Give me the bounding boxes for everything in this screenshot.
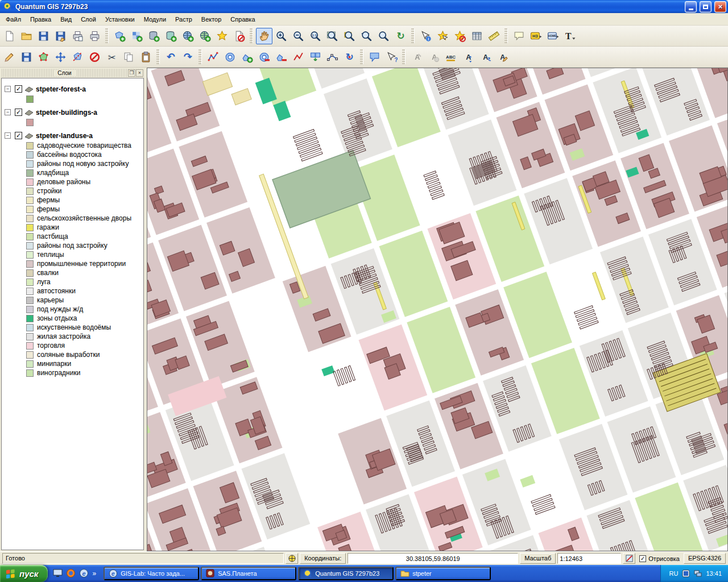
legend-item[interactable]: районы под новую застройку bbox=[2, 159, 143, 168]
legend-item[interactable]: автостоянки bbox=[2, 286, 143, 296]
map-canvas[interactable] bbox=[147, 68, 728, 551]
zoom-full-button[interactable] bbox=[324, 28, 341, 44]
label-engine-button[interactable]: A bbox=[408, 49, 425, 65]
delete-part-button[interactable] bbox=[273, 49, 289, 65]
legend-item[interactable]: карьеры bbox=[2, 296, 143, 305]
attribute-table-button[interactable] bbox=[469, 28, 485, 44]
language-indicator[interactable]: RU bbox=[669, 570, 679, 577]
zoom-in-button[interactable] bbox=[273, 28, 289, 44]
zoom-selection-button[interactable] bbox=[341, 28, 358, 44]
layer-item-stpeter-landuse-a[interactable]: −✓stpeter-landuse-a bbox=[2, 130, 143, 141]
expander-icon[interactable]: − bbox=[5, 132, 11, 139]
legend-item[interactable]: промышленные территории bbox=[2, 259, 143, 268]
abc-labels-button[interactable]: ABC bbox=[442, 49, 459, 65]
refresh-button[interactable]: ↻ bbox=[392, 28, 409, 44]
delete-ring-button[interactable] bbox=[256, 49, 272, 65]
legend-item[interactable]: теплицы bbox=[2, 250, 143, 259]
legend-item[interactable]: сельскохозяйственные дворы bbox=[2, 214, 143, 223]
select-features-button[interactable] bbox=[435, 28, 451, 44]
layer-item-stpeter-buildings-a[interactable]: −✓stpeter-buildings-a bbox=[2, 107, 143, 118]
merge-features-button[interactable] bbox=[307, 49, 324, 65]
legend-item[interactable]: гаражи bbox=[2, 223, 143, 232]
quick-launch-show-desktop[interactable] bbox=[53, 568, 63, 579]
task-button-0[interactable]: eGIS-Lab: Часто зада... bbox=[104, 567, 199, 580]
deselect-features-button[interactable] bbox=[452, 28, 468, 44]
toggle-editing-button[interactable] bbox=[1, 49, 18, 65]
stop-render-button[interactable] bbox=[623, 553, 635, 564]
quick-launch-firefox[interactable] bbox=[66, 568, 76, 579]
track-mouse-button[interactable] bbox=[286, 553, 298, 564]
legend-item[interactable]: свалки bbox=[2, 268, 143, 277]
menu-item-4[interactable]: Установки bbox=[101, 14, 139, 24]
close-panel-button[interactable]: × bbox=[136, 69, 143, 77]
legend-item[interactable]: фермы bbox=[2, 196, 143, 205]
identify-button[interactable]: i bbox=[417, 28, 434, 44]
legend-item[interactable]: виноградники bbox=[2, 368, 143, 377]
menu-item-1[interactable]: Правка bbox=[26, 14, 56, 24]
label-properties-button[interactable]: A bbox=[494, 49, 510, 65]
menu-item-2[interactable]: Вид bbox=[56, 14, 76, 24]
rotate-symbols-button[interactable]: ↻ bbox=[341, 49, 358, 65]
form-annotation-button[interactable]: ? bbox=[383, 49, 400, 65]
legend-item[interactable]: пастбища bbox=[2, 232, 143, 241]
copy-features-button[interactable] bbox=[121, 49, 137, 65]
simplify-feature-button[interactable] bbox=[205, 49, 221, 65]
layer-checkbox[interactable]: ✓ bbox=[15, 85, 22, 93]
legend-item[interactable]: торговля bbox=[2, 341, 143, 350]
expander-icon[interactable]: − bbox=[5, 86, 11, 92]
add-part-button[interactable] bbox=[239, 49, 255, 65]
measure-button[interactable] bbox=[486, 28, 502, 44]
quick-launch-overflow[interactable]: » bbox=[92, 569, 96, 577]
task-button-1[interactable]: SAS.Планета bbox=[201, 567, 296, 580]
zoom-last-button[interactable] bbox=[375, 28, 392, 44]
menu-item-7[interactable]: Вектор bbox=[197, 14, 226, 24]
label-settings-button[interactable]: A bbox=[425, 49, 442, 65]
add-wms-layer-button[interactable] bbox=[180, 28, 196, 44]
menu-item-8[interactable]: Справка bbox=[226, 14, 259, 24]
add-wfs-layer-button[interactable] bbox=[197, 28, 213, 44]
new-project-button[interactable] bbox=[1, 28, 18, 44]
legend-item[interactable]: бассейны водостока bbox=[2, 150, 143, 159]
legend-item[interactable]: искуственные водоёмы bbox=[2, 323, 143, 332]
remove-layer-button[interactable] bbox=[231, 28, 247, 44]
legend-item[interactable]: минипарки bbox=[2, 359, 143, 368]
legend-item[interactable]: жилая застройка bbox=[2, 332, 143, 341]
menu-item-5[interactable]: Модули bbox=[139, 14, 171, 24]
layer-item-stpeter-forest-a[interactable]: −✓stpeter-forest-a bbox=[2, 84, 143, 94]
add-vector-layer-button[interactable] bbox=[111, 28, 128, 44]
legend-item[interactable]: деловые районы bbox=[2, 177, 143, 186]
save-project-as-button[interactable] bbox=[52, 28, 69, 44]
zoom-out-button[interactable] bbox=[290, 28, 307, 44]
new-bookmark-button[interactable] bbox=[214, 28, 230, 44]
coordinates-input[interactable] bbox=[348, 553, 518, 564]
task-button-2[interactable]: Quantum GIS 7297b23 bbox=[298, 567, 394, 580]
cut-features-button[interactable]: ✂ bbox=[104, 49, 120, 65]
bookmarks-nz-button[interactable]: НЗ bbox=[528, 28, 544, 44]
maximize-button[interactable] bbox=[700, 1, 712, 13]
legend-item[interactable] bbox=[2, 118, 143, 127]
annotation-button[interactable] bbox=[366, 49, 383, 65]
composer-manager-button[interactable] bbox=[86, 28, 103, 44]
legend-item[interactable]: стройки bbox=[2, 186, 143, 196]
close-button[interactable]: × bbox=[714, 1, 726, 13]
layer-checkbox[interactable]: ✓ bbox=[15, 132, 22, 139]
save-project-button[interactable] bbox=[35, 28, 52, 44]
map-tips-button[interactable] bbox=[511, 28, 527, 44]
legend-item[interactable]: фермы bbox=[2, 205, 143, 214]
menu-item-6[interactable]: Растр bbox=[171, 14, 197, 24]
print-composer-button[interactable] bbox=[69, 28, 86, 44]
add-postgis-layer-button[interactable] bbox=[146, 28, 162, 44]
open-project-button[interactable] bbox=[18, 28, 35, 44]
add-raster-layer-button[interactable] bbox=[129, 28, 145, 44]
text-annotation-button[interactable]: T bbox=[562, 28, 578, 44]
move-feature-button[interactable] bbox=[52, 49, 69, 65]
menu-item-0[interactable]: Файл bbox=[1, 14, 26, 24]
move-label-button[interactable]: A bbox=[460, 49, 476, 65]
menu-item-3[interactable]: Слой bbox=[76, 14, 101, 24]
zoom-layer-button[interactable] bbox=[358, 28, 375, 44]
render-checkbox[interactable]: ✓ Отрисовка bbox=[637, 553, 682, 564]
legend-item[interactable]: зоны отдыха bbox=[2, 314, 143, 323]
undo-button[interactable]: ↶ bbox=[163, 49, 179, 65]
legend-item[interactable] bbox=[2, 94, 143, 103]
quick-launch-internet-explorer[interactable]: e bbox=[79, 568, 89, 579]
